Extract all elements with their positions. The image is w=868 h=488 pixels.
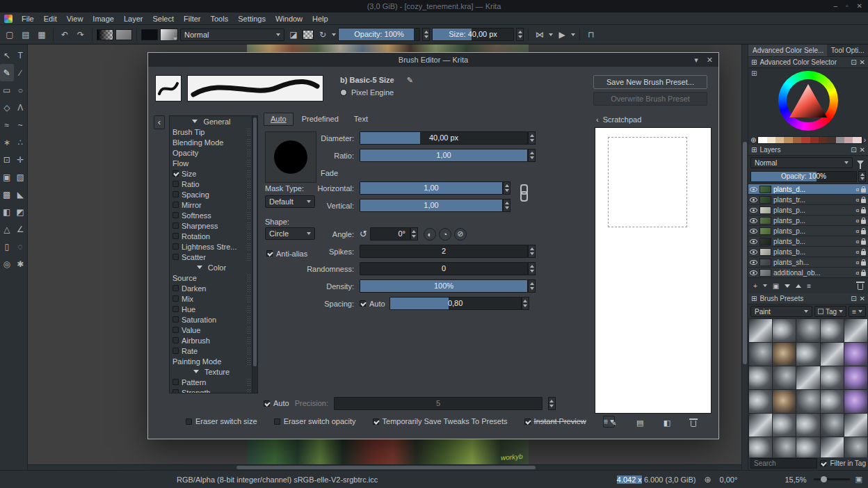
size-slider[interactable]: Size: 40,00 px — [432, 28, 514, 41]
tool-select-shapes[interactable]: ↖ — [0, 47, 14, 64]
brush-preset-thumb[interactable] — [844, 366, 867, 389]
tool-rectangle[interactable]: ▭ — [0, 81, 14, 99]
dialog-titlebar[interactable]: Brush Editor — Krita ▾ ✕ — [148, 53, 718, 67]
canvas-vscrollbar[interactable] — [741, 44, 748, 470]
layer-row[interactable]: plants_p...α — [748, 215, 868, 226]
move-layer-up-icon[interactable] — [796, 284, 801, 288]
brush-preset-thumb[interactable] — [749, 319, 772, 342]
precision-spinner[interactable] — [548, 397, 556, 410]
brush-preset-thumb[interactable] — [749, 414, 772, 437]
layer-opacity-spinner[interactable] — [858, 171, 866, 182]
option-darken[interactable]: Darken — [170, 283, 257, 293]
tab-auto[interactable]: Auto — [264, 113, 294, 126]
reload-preset-icon[interactable]: ↻ — [316, 28, 330, 42]
lock-icon[interactable] — [861, 199, 866, 203]
option-checkbox[interactable] — [172, 181, 179, 187]
brush-preset-thumb[interactable] — [821, 366, 844, 389]
filter-in-tag-checkbox[interactable]: Filter in Tag — [820, 459, 866, 467]
scratchpad-collapse-icon[interactable]: ‹ — [596, 115, 599, 124]
option-opacity[interactable]: Opacity — [170, 147, 257, 158]
tool-crop[interactable]: ▣ — [0, 168, 14, 186]
history-swatch[interactable] — [801, 137, 810, 143]
fade-horizontal-slider[interactable]: 1,00 — [360, 181, 503, 195]
opacity-spinner[interactable] — [422, 28, 430, 41]
option-pattern[interactable]: Pattern — [170, 377, 257, 387]
option-mirror[interactable]: Mirror — [170, 200, 257, 210]
option-airbrush[interactable]: Airbrush — [170, 335, 257, 345]
brush-preset-thumb[interactable] — [821, 390, 844, 413]
spikes-slider[interactable]: 2 — [360, 245, 528, 258]
randomness-slider[interactable]: 0 — [360, 262, 528, 275]
canvas-only-mode-icon[interactable]: ▣ — [855, 475, 862, 484]
duplicate-layer-icon[interactable]: ▣ — [773, 282, 779, 290]
blending-mode-combo[interactable]: Normal — [180, 29, 284, 41]
spacing-slider[interactable]: 0,80 — [389, 297, 522, 310]
close-docker-icon[interactable]: ✕ — [860, 295, 865, 302]
layer-opacity-slider[interactable]: Opacity: 100% — [750, 171, 857, 182]
layer-properties-icon[interactable]: ≡ — [807, 282, 811, 290]
collapse-options-button[interactable]: ‹ — [154, 115, 165, 129]
brush-preset-thumb[interactable] — [749, 437, 772, 457]
tool-multibrush[interactable]: ∴ — [14, 133, 28, 151]
preset-view-mode-button[interactable]: ≡ — [849, 306, 866, 317]
visibility-icon[interactable] — [750, 239, 757, 244]
new-document-icon[interactable]: ▢ — [3, 28, 17, 42]
tool-bezier-curve[interactable]: ≈ — [0, 116, 14, 133]
spacing-spinner[interactable] — [522, 297, 529, 310]
ratio-spinner[interactable] — [528, 149, 536, 162]
inherit-alpha-icon[interactable]: α — [855, 270, 859, 276]
option-lightness-strength[interactable]: Lightness Stre... — [170, 241, 257, 252]
option-sharpness[interactable]: Sharpness — [170, 220, 257, 231]
tool-text[interactable]: T — [14, 47, 28, 64]
preserve-alpha-icon[interactable] — [303, 30, 314, 40]
option-saturation[interactable]: Saturation — [170, 314, 257, 325]
layer-row[interactable]: additional_ob...α — [748, 268, 868, 278]
history-swatch[interactable] — [758, 137, 766, 143]
history-swatch[interactable] — [775, 137, 784, 143]
size-spinner[interactable] — [516, 28, 524, 41]
option-checkbox[interactable] — [172, 316, 179, 323]
add-layer-dropdown-icon[interactable] — [763, 284, 767, 287]
brush-preset-thumb[interactable] — [821, 319, 844, 342]
brush-preset-thumb[interactable] — [749, 390, 772, 413]
option-value[interactable]: Value — [170, 325, 257, 335]
menu-layer[interactable]: Layer — [119, 13, 148, 25]
history-swatch[interactable] — [784, 137, 792, 143]
menu-window[interactable]: Window — [271, 13, 307, 25]
minimize-icon[interactable]: – — [834, 0, 838, 13]
brush-preset-thumb[interactable] — [773, 414, 796, 437]
options-scrollbar[interactable] — [252, 116, 257, 393]
brush-preset-thumb[interactable] — [821, 343, 844, 366]
brush-preset-thumb[interactable] — [773, 390, 796, 413]
option-strength[interactable]: Strength — [170, 387, 257, 393]
tool-move[interactable]: ✛ — [14, 151, 28, 168]
mirror-horizontal-icon[interactable]: ⋈ — [533, 28, 547, 42]
option-checkbox[interactable] — [172, 389, 179, 393]
brush-preset-thumb[interactable] — [844, 437, 867, 457]
open-document-icon[interactable]: ▤ — [19, 28, 33, 42]
option-checkbox[interactable] — [172, 327, 179, 333]
tool-polyline[interactable]: Λ — [14, 99, 28, 116]
maximize-icon[interactable]: ▫ — [846, 0, 849, 13]
brush-preset-thumb[interactable] — [844, 319, 867, 342]
brush-preset-thumb[interactable] — [821, 414, 844, 437]
layer-row[interactable]: plants_p...α — [748, 226, 868, 236]
menu-file[interactable]: File — [17, 13, 39, 25]
layer-row[interactable]: plants_tr...α — [748, 195, 868, 205]
history-swatch[interactable] — [793, 137, 801, 143]
menu-settings[interactable]: Settings — [233, 13, 271, 25]
tool-freehand-brush[interactable]: ✎ — [0, 64, 14, 81]
fade-vertical-slider[interactable]: 1,00 — [360, 199, 503, 212]
option-softness[interactable]: Softness — [170, 210, 257, 220]
foreground-color-swatch[interactable] — [141, 29, 158, 40]
brush-preset-thumb[interactable] — [749, 366, 772, 389]
brush-preset-thumb[interactable] — [773, 366, 796, 389]
lock-icon[interactable] — [861, 261, 866, 266]
history-swatch[interactable] — [853, 137, 861, 143]
history-swatch[interactable] — [810, 137, 819, 143]
option-size[interactable]: Size — [170, 168, 257, 179]
eraser-switch-opacity-checkbox[interactable]: Eraser switch opacity — [274, 417, 356, 425]
ratio-slider[interactable]: 1,00 — [360, 149, 528, 162]
tool-line[interactable]: ∕ — [14, 64, 28, 81]
inherit-alpha-icon[interactable]: α — [855, 218, 859, 224]
